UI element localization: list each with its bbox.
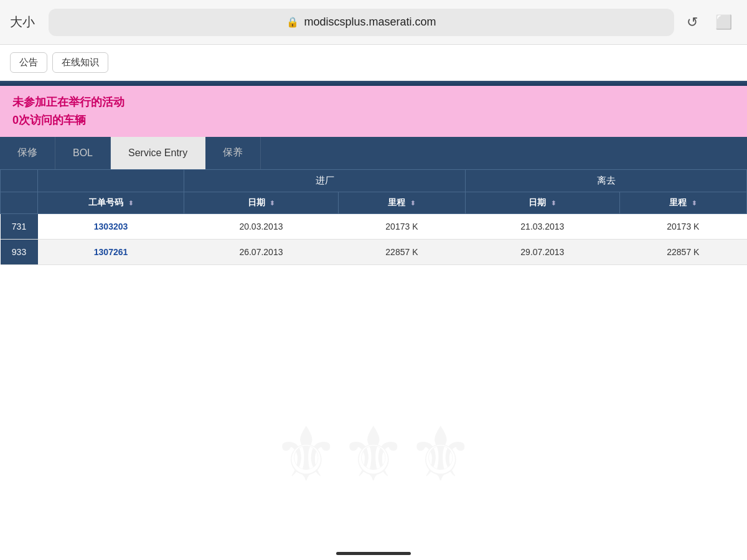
alert-line-1: 未参加正在举行的活动 xyxy=(12,93,735,111)
col-exit-date[interactable]: 日期 ⬍ xyxy=(466,192,620,213)
cell-entry-date: 26.07.2013 xyxy=(184,239,339,264)
entry-group-header: 进厂 xyxy=(184,169,466,192)
share-button[interactable]: ⬜ xyxy=(710,12,737,33)
tab-BOL[interactable]: BOL xyxy=(55,137,111,169)
cell-workorder[interactable]: 1307261 xyxy=(38,239,184,264)
url-text: modiscsplus.maserati.com xyxy=(304,16,436,29)
cell-id: 933 xyxy=(1,239,38,264)
tabs-bar: 保修BOLService Entry保养 xyxy=(0,137,747,169)
service-entry-table-wrapper: 进厂 离去 工单号码 ⬍ 日期 ⬍ 里程 ⬍ 日期 ⬍ 里程 ⬍ 7311303… xyxy=(0,169,747,265)
reload-button[interactable]: ↺ xyxy=(682,12,703,33)
sort-icon-entry-mileage: ⬍ xyxy=(410,200,415,207)
empty-header-cell xyxy=(1,169,38,192)
col-exit-mileage[interactable]: 里程 ⬍ xyxy=(619,192,746,213)
table-group-header-row: 进厂 离去 xyxy=(1,169,747,192)
nav-button-在线知识[interactable]: 在线知识 xyxy=(52,52,108,73)
sort-icon-exit-mileage: ⬍ xyxy=(692,200,697,207)
pink-alert-section: 未参加正在举行的活动 0次访问的车辆 xyxy=(0,86,747,137)
nav-button-公告[interactable]: 公告 xyxy=(10,52,47,73)
cell-exit-mileage: 20173 K xyxy=(619,213,746,239)
top-nav: 公告在线知识 xyxy=(0,45,747,81)
tab-保养[interactable]: 保养 xyxy=(205,137,261,169)
sort-icon-exit-date: ⬍ xyxy=(551,200,556,207)
cell-entry-mileage: 20173 K xyxy=(338,213,465,239)
blue-header-bar xyxy=(0,81,747,86)
table-col-header-row: 工单号码 ⬍ 日期 ⬍ 里程 ⬍ 日期 ⬍ 里程 ⬍ xyxy=(1,192,747,213)
exit-group-header: 离去 xyxy=(466,169,747,192)
watermark: ⚜⚜⚜ xyxy=(273,411,474,498)
cell-exit-date: 29.07.2013 xyxy=(466,239,620,264)
col-entry-date[interactable]: 日期 ⬍ xyxy=(184,192,339,213)
alert-line-2: 0次访问的车辆 xyxy=(12,111,735,129)
trident-watermark: ⚜⚜⚜ xyxy=(273,411,474,498)
lock-icon: 🔒 xyxy=(286,16,299,28)
sort-icon-entry-date: ⬍ xyxy=(270,200,275,207)
home-indicator xyxy=(336,552,411,555)
cell-exit-mileage: 22857 K xyxy=(619,239,746,264)
address-bar[interactable]: 🔒 modiscsplus.maserati.com xyxy=(49,9,674,36)
cell-workorder[interactable]: 1303203 xyxy=(38,213,184,239)
sort-icon-workorder: ⬍ xyxy=(128,200,133,207)
col-entry-mileage[interactable]: 里程 ⬍ xyxy=(338,192,465,213)
cell-entry-mileage: 22857 K xyxy=(338,239,465,264)
cell-exit-date: 21.03.2013 xyxy=(466,213,620,239)
tab-Service Entry[interactable]: Service Entry xyxy=(111,137,205,169)
browser-chrome: 大小 🔒 modiscsplus.maserati.com ↺ ⬜ xyxy=(0,0,747,45)
cell-id: 731 xyxy=(1,213,38,239)
col-workorder[interactable]: 工单号码 ⬍ xyxy=(38,192,184,213)
service-entry-table: 进厂 离去 工单号码 ⬍ 日期 ⬍ 里程 ⬍ 日期 ⬍ 里程 ⬍ 7311303… xyxy=(0,169,747,265)
table-row: 933130726126.07.201322857 K29.07.2013228… xyxy=(1,239,747,264)
page-content: 公告在线知识 未参加正在举行的活动 0次访问的车辆 保修BOLService E… xyxy=(0,45,747,560)
col-id[interactable] xyxy=(1,192,38,213)
table-body: 731130320320.03.201320173 K21.03.2013201… xyxy=(1,213,747,264)
table-row: 731130320320.03.201320173 K21.03.2013201… xyxy=(1,213,747,239)
tab-保修[interactable]: 保修 xyxy=(0,137,55,169)
cell-entry-date: 20.03.2013 xyxy=(184,213,339,239)
workorder-header-cell xyxy=(38,169,184,192)
browser-size-label: 大小 xyxy=(10,14,41,30)
